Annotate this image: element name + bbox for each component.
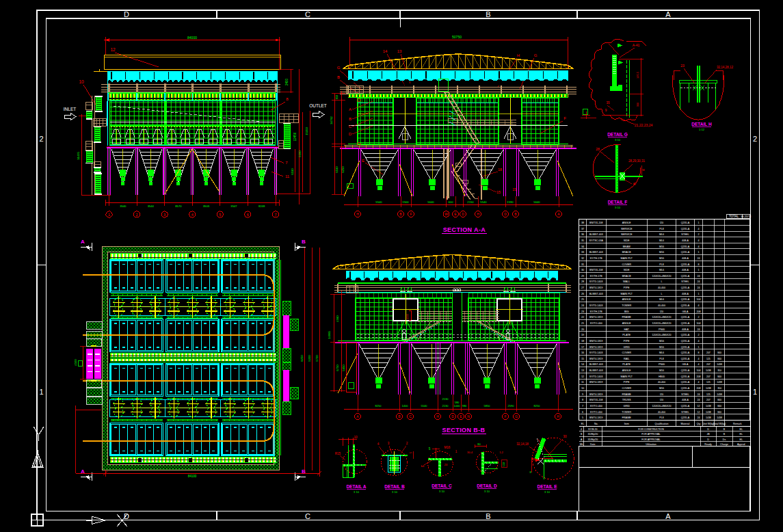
svg-text:980: 980: [462, 404, 467, 408]
svg-text:A-41: A-41: [633, 43, 640, 47]
svg-text:SIDE: SIDE: [624, 239, 630, 242]
svg-text:DETAIL H: DETAIL H: [691, 122, 712, 127]
svg-text:850: 850: [336, 95, 339, 99]
svg-text:21: 21: [581, 322, 584, 325]
svg-text:14085: 14085: [328, 331, 331, 339]
svg-text:30.4: 30.4: [467, 451, 473, 454]
svg-text:SY/TD-1403: SY/TD-1403: [589, 304, 603, 307]
svg-text:30: 30: [563, 435, 567, 438]
svg-text:34: 34: [581, 245, 584, 248]
svg-text:DETAIL F: DETAIL F: [608, 200, 628, 204]
svg-text:Q235-A: Q235-A: [681, 375, 690, 378]
svg-text:3503: 3503: [203, 204, 210, 208]
svg-text:B: B: [349, 117, 351, 121]
svg-text:16: 16: [581, 351, 584, 354]
svg-text:Q235-A: Q235-A: [681, 381, 690, 384]
svg-text:Charge: Charge: [720, 443, 728, 446]
svg-text:SY/TD-1403: SY/TD-1403: [589, 375, 603, 378]
svg-text:4: 4: [698, 304, 700, 307]
svg-text:Q235-A: Q235-A: [681, 351, 690, 354]
svg-text:SERVICE: SERVICE: [621, 228, 633, 230]
svg-text:Q235-A: Q235-A: [681, 228, 690, 230]
svg-text:Q235-A: Q235-A: [681, 251, 690, 254]
svg-text:GB-A: GB-A: [682, 310, 689, 313]
svg-text:D: D: [504, 212, 507, 216]
svg-text:1438: 1438: [717, 393, 722, 396]
svg-text:STEEL: STEEL: [681, 233, 689, 236]
svg-text:Q235-A: Q235-A: [681, 334, 690, 336]
svg-text:208: 208: [697, 375, 701, 378]
svg-text:2130: 2130: [442, 404, 449, 408]
svg-text:HB40: HB40: [659, 375, 665, 378]
svg-text:D: D: [124, 512, 129, 520]
svg-text:SY/B-20: SY/B-20: [588, 428, 597, 431]
svg-text:40B-A: 40B-A: [682, 399, 689, 401]
svg-text:30: 30: [581, 269, 584, 271]
svg-text:BN/T4-1819: BN/T4-1819: [589, 381, 602, 384]
svg-text:DETAIL C: DETAIL C: [432, 483, 452, 488]
svg-text:31: 31: [581, 263, 584, 266]
svg-text:33: 33: [581, 251, 584, 254]
svg-text:6: 6: [582, 411, 583, 414]
svg-text:BL/MST-403: BL/MST-403: [589, 251, 603, 254]
svg-text:6530: 6530: [335, 166, 339, 173]
svg-text:Q235-A: Q235-A: [681, 298, 690, 301]
svg-text:A: A: [665, 512, 671, 520]
svg-text:12: 12: [698, 405, 700, 408]
svg-text:80: 80: [477, 442, 481, 446]
svg-text:12: 12: [110, 47, 116, 52]
svg-text:BN/T31-208: BN/T31-208: [589, 269, 602, 271]
svg-text:EL: EL: [740, 428, 743, 431]
svg-text:26: 26: [581, 293, 584, 295]
svg-text:1438: 1438: [706, 416, 711, 419]
svg-text:207: 207: [706, 399, 711, 401]
svg-text:ML6: ML6: [659, 239, 664, 242]
svg-text:ML6: ML6: [659, 269, 664, 271]
svg-text:FOR CONSTRUCTION: FOR CONSTRUCTION: [638, 428, 664, 431]
svg-text:8570: 8570: [175, 204, 182, 208]
svg-text:35: 35: [606, 101, 610, 105]
svg-text:125: 125: [706, 381, 711, 384]
svg-text:12456: 12456: [293, 132, 297, 141]
svg-text:SY/TH-17B: SY/TH-17B: [590, 310, 603, 313]
svg-text:24: 24: [698, 257, 700, 260]
svg-text:Apprvd: Apprvd: [737, 443, 745, 446]
svg-text:G: G: [337, 66, 341, 70]
svg-text:I20: I20: [660, 310, 663, 313]
svg-text:840: 840: [717, 358, 721, 360]
svg-text:4: 4: [698, 358, 700, 360]
svg-text:840: 840: [717, 411, 721, 414]
svg-text:104: 104: [697, 322, 701, 325]
svg-text:105.5: 105.5: [636, 71, 639, 79]
svg-text:BN/T31-208: BN/T31-208: [589, 399, 602, 401]
svg-text:120X20+4M0X20: 120X20+4M0X20: [652, 334, 672, 336]
svg-text:3:10: 3:10: [615, 206, 621, 209]
svg-text:10: 10: [354, 436, 358, 439]
svg-text:STEEL: STEEL: [681, 393, 689, 396]
svg-text:G: G: [515, 414, 518, 418]
svg-text:24: 24: [698, 328, 700, 331]
svg-text:3 10: 3 10: [392, 490, 398, 494]
svg-text:OUTLET: OUTLET: [309, 103, 327, 108]
svg-text:9200: 9200: [298, 150, 302, 157]
svg-text:C: C: [349, 124, 352, 129]
svg-text:SIDE: SIDE: [624, 269, 630, 271]
svg-text:2150: 2150: [467, 200, 474, 204]
svg-text:21,22,23,24: 21,22,23,24: [635, 123, 653, 127]
svg-text:4: 4: [698, 239, 700, 242]
svg-text:1.2: 1.2: [499, 451, 503, 454]
svg-text:Q235-A: Q235-A: [681, 322, 690, 325]
svg-text:ANGLE: ANGLE: [622, 298, 631, 301]
svg-text:BEAM: BEAM: [623, 245, 631, 248]
svg-text:G: G: [534, 53, 538, 57]
svg-text:COVER: COVER: [622, 351, 631, 354]
svg-text:DETAIL D: DETAIL D: [477, 483, 497, 488]
svg-text:FOR APPROVAL: FOR APPROVAL: [641, 438, 661, 441]
svg-text:ANGLE: ANGLE: [622, 369, 631, 372]
svg-text:7: 7: [582, 405, 583, 408]
svg-text:1: 1: [698, 222, 700, 224]
svg-text:MAIN PLT: MAIN PLT: [621, 257, 633, 260]
svg-text:1500: 1500: [406, 314, 409, 319]
svg-text:M: M: [642, 168, 644, 172]
svg-text:1438: 1438: [717, 381, 722, 384]
